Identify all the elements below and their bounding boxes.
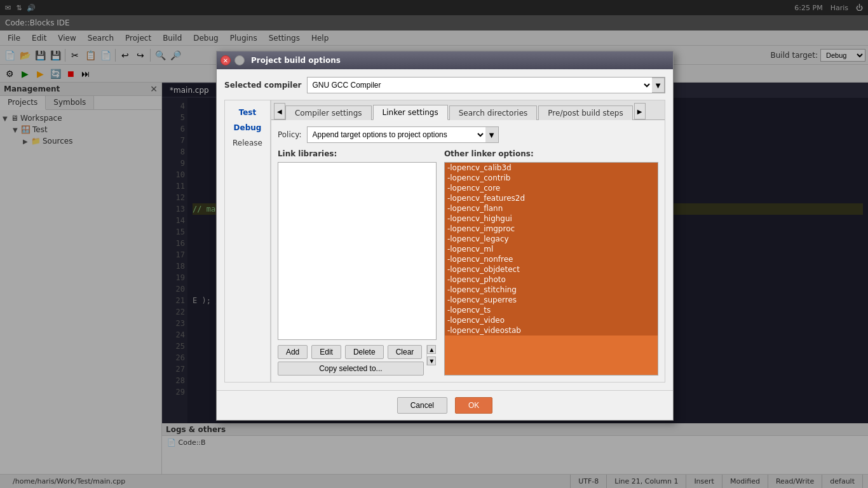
dialog-right-panel: ◀ Compiler settings Linker settings Sear… [271,100,665,382]
dialog-minimize-button[interactable] [234,55,245,65]
linker-option-item[interactable]: -lopencv_videostab [445,325,658,336]
dialog-close-button[interactable]: ✕ [220,55,231,65]
compiler-row: Selected compiler GNU GCC Compiler ▼ [224,77,665,93]
btn-row-lib: Add Edit Delete Clear [278,345,424,359]
link-libraries-list[interactable] [278,162,437,340]
dialog-title: Project build options [251,56,341,65]
tab-pre-post-build[interactable]: Pre/post build steps [538,105,632,120]
link-libraries-col: Link libraries: Add Edit Delete [278,149,437,376]
config-tab-release[interactable]: Release [227,136,268,150]
list-scroll-buttons: ▲ ▼ [426,345,437,365]
linker-option-item[interactable]: -lopencv_superres [445,295,658,305]
policy-arrow[interactable]: ▼ [485,127,498,142]
config-tabs: Test Debug Release [225,100,271,382]
dialog-main-content: Test Debug Release ◀ Compiler settings L… [224,100,665,383]
edit-lib-button[interactable]: Edit [311,345,341,359]
two-columns: Link libraries: Add Edit Delete [278,149,658,376]
linker-options-list[interactable]: -lopencv_calib3d-lopencv_contrib-lopencv… [444,162,658,376]
linker-option-item[interactable]: -lopencv_highgui [445,214,658,224]
other-linker-label: Other linker options: [444,149,658,158]
linker-option-item[interactable]: -lopencv_contrib [445,173,658,183]
config-tab-test[interactable]: Test [227,105,268,119]
tab-compiler-settings[interactable]: Compiler settings [285,105,372,120]
delete-lib-button[interactable]: Delete [345,345,384,359]
linker-option-item[interactable]: -lopencv_ts [445,305,658,315]
policy-select-wrapper: Append target options to project options… [307,126,499,143]
policy-label: Policy: [278,130,302,139]
config-tab-debug[interactable]: Debug [227,121,268,135]
compiler-select-arrow[interactable]: ▼ [652,78,665,93]
policy-row: Policy: Append target options to project… [278,126,658,143]
dialog-tab-bar: ◀ Compiler settings Linker settings Sear… [271,100,665,120]
dialog-title-bar: ✕ Project build options [217,51,673,69]
tab-scroll-right[interactable]: ▶ [634,103,646,119]
tab-search-directories[interactable]: Search directories [449,105,538,120]
linker-option-item[interactable]: -lopencv_legacy [445,234,658,244]
linker-option-item[interactable]: -lopencv_nonfree [445,254,658,264]
linker-option-item[interactable]: -lopencv_flann [445,203,658,214]
copy-selected-button[interactable]: Copy selected to... [278,362,424,376]
linker-option-item[interactable]: -lopencv_imgproc [445,224,658,234]
link-lib-controls: Add Edit Delete Clear Copy selected to..… [278,345,437,376]
dialog-footer: Cancel OK [217,390,673,420]
compiler-label: Selected compiler [224,81,302,90]
policy-select[interactable]: Append target options to project options [308,127,485,142]
tab-scroll-left[interactable]: ◀ [274,103,285,119]
linker-option-item[interactable]: -lopencv_photo [445,274,658,285]
linker-option-item[interactable]: -lopencv_objdetect [445,264,658,274]
add-lib-button[interactable]: Add [278,345,308,359]
tab-linker-settings[interactable]: Linker settings [373,105,448,120]
linker-option-item[interactable]: -lopencv_ml [445,244,658,254]
compiler-select[interactable]: GNU GCC Compiler [308,78,652,93]
scroll-down-button[interactable]: ▼ [427,356,436,365]
project-build-options-dialog: ✕ Project build options Selected compile… [216,51,674,421]
dialog-body: Selected compiler GNU GCC Compiler ▼ Tes… [217,69,673,390]
linker-option-item[interactable]: -lopencv_calib3d [445,163,658,173]
ok-button[interactable]: OK [455,397,492,414]
link-lib-buttons: Add Edit Delete Clear Copy selected to..… [278,345,424,376]
tab-content-linker: Policy: Append target options to project… [271,120,665,382]
linker-option-item[interactable]: -lopencv_features2d [445,193,658,203]
linker-option-item[interactable]: -lopencv_stitching [445,285,658,295]
link-libraries-label: Link libraries: [278,149,437,158]
other-linker-col: Other linker options: -lopencv_calib3d-l… [444,149,658,376]
clear-lib-button[interactable]: Clear [388,345,423,359]
linker-option-item[interactable]: -lopencv_core [445,183,658,193]
cancel-button[interactable]: Cancel [397,397,447,414]
linker-option-item[interactable]: -lopencv_video [445,315,658,325]
scroll-up-button[interactable]: ▲ [427,345,436,354]
